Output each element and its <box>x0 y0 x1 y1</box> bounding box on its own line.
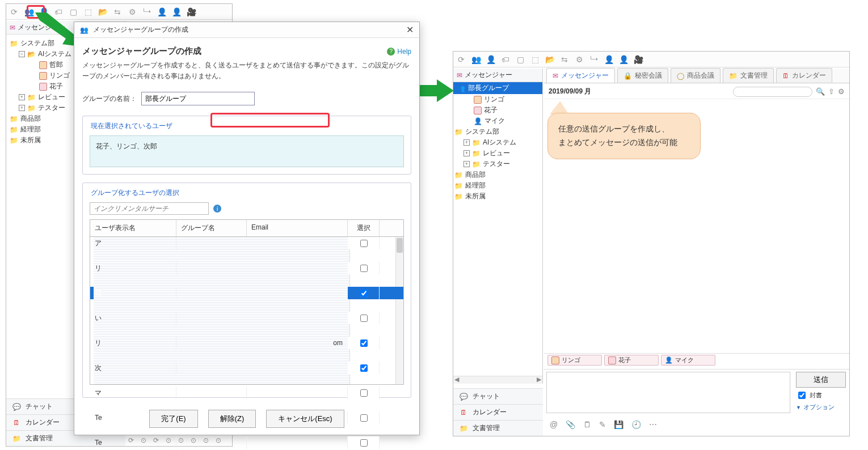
user-icon[interactable]: 👤 <box>157 7 166 16</box>
scroll-right-icon[interactable]: ▶ <box>537 376 541 383</box>
col-group[interactable]: グループ名 <box>176 220 247 236</box>
clock-icon[interactable]: 🕘 <box>631 420 641 429</box>
folder-mishozoku[interactable]: 📁未所属 <box>453 191 542 202</box>
up-icon[interactable]: ⇧ <box>828 87 835 96</box>
compose-textarea[interactable] <box>546 372 790 413</box>
tab-docs[interactable]: 📁文書管理 <box>723 68 774 83</box>
row-select-checkbox[interactable] <box>360 290 368 297</box>
table-row[interactable]: 次 <box>90 362 403 374</box>
camera-icon[interactable]: 🎥 <box>634 55 643 64</box>
group-name-input[interactable] <box>141 92 255 105</box>
exchange-icon[interactable]: ⇆ <box>113 7 122 16</box>
folder-system[interactable]: 📁システム部 <box>453 126 542 137</box>
exit-icon[interactable]: ⮡ <box>589 55 599 64</box>
save-icon[interactable]: 💾 <box>614 420 623 429</box>
edit-icon[interactable]: ✎ <box>599 420 606 429</box>
exchange-icon[interactable]: ⇆ <box>560 55 569 64</box>
tab-product[interactable]: ◯商品会議 <box>671 68 720 83</box>
note-icon[interactable]: 🗒 <box>583 420 591 429</box>
options-toggle[interactable]: ▼オプション <box>796 403 835 411</box>
user-plus-icon[interactable]: 👤 <box>39 7 48 16</box>
row-select-checkbox[interactable] <box>360 339 368 347</box>
expand-icon[interactable]: + <box>464 139 470 146</box>
search-icon[interactable]: 🔍 <box>816 87 825 96</box>
user-icon[interactable]: 👤 <box>604 55 613 64</box>
gear-icon[interactable]: ⚙ <box>575 55 584 64</box>
refresh-icon[interactable]: ⟳ <box>10 7 19 16</box>
collapse-icon[interactable]: − <box>19 51 25 57</box>
table-row[interactable]: Te <box>90 436 403 449</box>
table-row[interactable]: い <box>90 312 403 324</box>
info-icon[interactable]: i <box>213 205 221 213</box>
folder-open-icon[interactable]: 📂 <box>545 55 554 64</box>
recipient-ringo[interactable]: リンゴ <box>547 355 602 366</box>
table-row[interactable]: 花 <box>90 287 403 299</box>
folder-open-icon[interactable]: 📂 <box>98 7 107 16</box>
tag-icon[interactable]: 🏷 <box>501 55 510 64</box>
refresh-icon[interactable]: ⟳ <box>457 55 466 64</box>
row-select-checkbox[interactable] <box>360 439 368 447</box>
nav-docs[interactable]: 📁文書管理 <box>453 420 543 436</box>
col-name[interactable]: ユーザ表示名 <box>90 220 176 236</box>
nav-calendar[interactable]: 🗓カレンダー <box>453 404 543 420</box>
select-icon[interactable]: ⬚ <box>530 55 540 64</box>
camera-icon[interactable]: 🎥 <box>187 7 196 16</box>
nav-chat[interactable]: 💬チャット <box>453 388 543 404</box>
user-plus-icon[interactable]: 👤 <box>486 55 495 64</box>
row-select-checkbox[interactable] <box>360 389 368 397</box>
folder-keiri[interactable]: 📁経理部 <box>453 180 542 191</box>
clear-button[interactable]: 解除(Z) <box>208 410 256 428</box>
row-select-checkbox[interactable] <box>360 265 368 272</box>
dotted-square-icon[interactable]: ▢ <box>69 7 78 16</box>
seal-checkbox-input[interactable] <box>798 392 806 399</box>
row-select-checkbox[interactable] <box>360 364 368 372</box>
gear-icon[interactable]: ⚙ <box>838 87 845 96</box>
close-icon[interactable]: ✕ <box>406 24 414 35</box>
folder-aisystem[interactable]: +📁AIシステム <box>453 137 542 148</box>
search-input[interactable] <box>733 87 812 97</box>
tab-calendar[interactable]: 🗓カレンダー <box>776 68 832 83</box>
help-link[interactable]: ?Help <box>387 48 411 56</box>
group-icon[interactable]: 👥 <box>24 7 33 16</box>
user-hanako[interactable]: 花子 <box>453 105 542 116</box>
h-scrollbar[interactable]: ◀ ▶ <box>453 376 542 384</box>
table-row[interactable]: リom <box>90 337 403 349</box>
select-icon[interactable]: ⬚ <box>83 7 92 16</box>
attach-icon[interactable]: 📎 <box>566 420 575 429</box>
folder-tester[interactable]: +📁テスター <box>453 159 542 169</box>
row-select-checkbox[interactable] <box>360 414 368 422</box>
group-icon[interactable]: 👥 <box>471 55 481 64</box>
mention-icon[interactable]: @ <box>550 420 558 429</box>
folder-shohin[interactable]: 📁商品部 <box>453 169 542 180</box>
scroll-left-icon[interactable]: ◀ <box>454 376 459 383</box>
folder-review[interactable]: +📁レビュー <box>453 148 542 159</box>
expand-icon[interactable]: + <box>464 161 470 167</box>
user-dot-icon[interactable]: 👤 <box>172 7 181 16</box>
row-select-checkbox[interactable] <box>360 240 368 247</box>
col-email[interactable]: Email <box>247 220 348 236</box>
user-ringo[interactable]: リンゴ <box>453 94 542 105</box>
expand-icon[interactable]: + <box>19 105 25 111</box>
expand-icon[interactable]: + <box>19 94 25 100</box>
col-select[interactable]: 選択 <box>348 220 380 236</box>
recipient-mike[interactable]: 👤マイク <box>661 355 715 366</box>
user-dot-icon[interactable]: 👤 <box>619 55 628 64</box>
table-row[interactable]: ア <box>90 237 403 249</box>
group-buchou[interactable]: 👥 部長グループ <box>453 82 542 94</box>
tab-messenger[interactable]: ✉メッセンジャー <box>546 68 615 83</box>
user-mike[interactable]: 👤マイク <box>453 116 542 126</box>
tab-secret[interactable]: 🔒秘密会議 <box>617 68 668 83</box>
dotted-square-icon[interactable]: ▢ <box>516 55 525 64</box>
row-select-checkbox[interactable] <box>360 315 368 322</box>
seal-checkbox[interactable]: 封書 <box>796 390 822 401</box>
tag-icon[interactable]: 🏷 <box>54 7 63 16</box>
expand-icon[interactable]: + <box>464 150 470 156</box>
gear-icon[interactable]: ⚙ <box>128 7 137 16</box>
more-icon[interactable]: ⋯ <box>649 420 657 429</box>
exit-icon[interactable]: ⮡ <box>142 7 151 16</box>
incremental-search-input[interactable] <box>90 202 209 215</box>
recipient-hanako[interactable]: 花子 <box>604 355 659 366</box>
table-row[interactable]: リ <box>90 262 403 274</box>
table-row[interactable]: マ <box>90 387 403 399</box>
send-button[interactable]: 送信 <box>796 372 846 388</box>
